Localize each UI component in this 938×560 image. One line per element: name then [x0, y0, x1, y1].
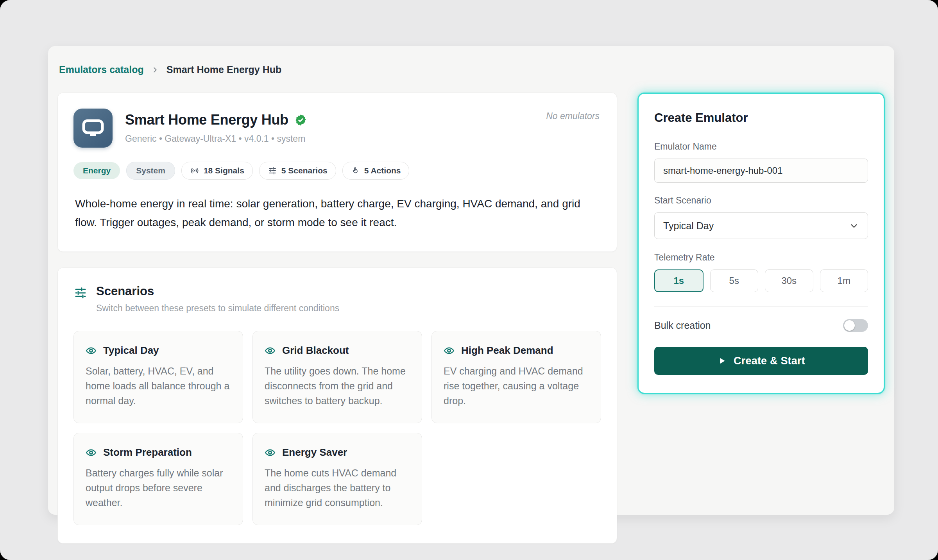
- create-start-button[interactable]: Create & Start: [654, 347, 868, 375]
- badge-energy: Energy: [73, 162, 120, 179]
- eye-icon: [265, 345, 276, 356]
- scenarios-pill: 5 Scenarios: [259, 162, 336, 180]
- start-scenario-select[interactable]: Typical Day: [654, 212, 868, 239]
- scenarios-title: Scenarios: [96, 284, 339, 298]
- chevron-right-icon: [151, 66, 159, 74]
- hub-info-card: Smart Home Energy Hub Generic • Gateway-…: [57, 93, 617, 252]
- scenario-title: High Peak Demand: [461, 344, 553, 357]
- verified-badge-icon: [295, 114, 307, 126]
- scenarios-subtitle: Switch between these presets to simulate…: [96, 303, 339, 314]
- no-emulators-label: No emulators: [546, 109, 600, 148]
- telemetry-rate-label: Telemetry Rate: [654, 252, 868, 263]
- tap-icon: [351, 166, 360, 175]
- app-background: Emulators catalog Smart Home Energy Hub: [0, 0, 938, 560]
- hub-subtitle: Generic • Gateway-Ultra-X1 • v4.0.1 • sy…: [125, 134, 307, 144]
- play-icon: [717, 356, 727, 366]
- scenarios-card: Scenarios Switch between these presets t…: [57, 268, 617, 544]
- scenario-title: Storm Preparation: [103, 446, 192, 458]
- scenario-description: Solar, battery, HVAC, EV, and home loads…: [86, 364, 231, 408]
- hub-title-block: Smart Home Energy Hub Generic • Gateway-…: [125, 109, 307, 148]
- sliders-icon: [268, 166, 277, 175]
- start-scenario-label: Start Scenario: [654, 195, 868, 206]
- emulator-name-input[interactable]: [654, 159, 868, 183]
- eye-icon: [265, 447, 276, 458]
- scenarios-grid: Typical Day Solar, battery, HVAC, EV, an…: [73, 331, 601, 525]
- eye-icon: [444, 345, 455, 356]
- toggle-knob: [844, 320, 855, 331]
- breadcrumb-link-emulators-catalog[interactable]: Emulators catalog: [59, 64, 144, 75]
- chevron-down-icon: [849, 221, 859, 231]
- broadcast-icon: [190, 166, 199, 175]
- hub-header: Smart Home Energy Hub Generic • Gateway-…: [73, 109, 600, 148]
- main-card: Emulators catalog Smart Home Energy Hub: [48, 46, 894, 515]
- badge-system: System: [126, 162, 175, 180]
- scenario-card-high-peak-demand[interactable]: High Peak Demand EV charging and HVAC de…: [431, 331, 601, 423]
- signals-pill-label: 18 Signals: [204, 166, 244, 175]
- device-icon: [73, 109, 113, 148]
- scenario-description: The home cuts HVAC demand and discharges…: [265, 465, 410, 510]
- create-start-label: Create & Start: [734, 355, 805, 367]
- telemetry-rate-group: 1s 5s 30s 1m: [654, 269, 868, 292]
- scenario-description: EV charging and HVAC demand rise togethe…: [444, 364, 589, 408]
- breadcrumb-current: Smart Home Energy Hub: [166, 64, 282, 75]
- rate-button-30s[interactable]: 30s: [765, 269, 813, 292]
- scenario-description: Battery charges fully while solar output…: [86, 465, 231, 510]
- rate-button-1s[interactable]: 1s: [654, 269, 704, 292]
- scenario-title: Grid Blackout: [282, 344, 349, 357]
- left-column: Smart Home Energy Hub Generic • Gateway-…: [57, 93, 617, 544]
- scenarios-pill-label: 5 Scenarios: [281, 166, 328, 175]
- start-scenario-value: Typical Day: [663, 220, 714, 232]
- scenarios-header: Scenarios Switch between these presets t…: [73, 284, 601, 314]
- bulk-creation-row: Bulk creation: [654, 319, 868, 332]
- scenario-title: Energy Saver: [282, 446, 347, 458]
- scenario-card-grid-blackout[interactable]: Grid Blackout The utility goes down. The…: [252, 331, 422, 423]
- rate-button-1m[interactable]: 1m: [820, 269, 868, 292]
- actions-pill: 5 Actions: [342, 162, 410, 180]
- scenario-card-energy-saver[interactable]: Energy Saver The home cuts HVAC demand a…: [252, 433, 422, 525]
- create-emulator-panel: Create Emulator Emulator Name Start Scen…: [637, 93, 885, 394]
- content-area: Smart Home Energy Hub Generic • Gateway-…: [57, 93, 885, 544]
- bulk-creation-label: Bulk creation: [654, 320, 711, 331]
- eye-icon: [86, 447, 97, 458]
- scenario-description: The utility goes down. The home disconne…: [265, 364, 410, 408]
- signals-pill: 18 Signals: [181, 162, 253, 180]
- scenario-card-storm-preparation[interactable]: Storm Preparation Battery charges fully …: [73, 433, 243, 525]
- actions-pill-label: 5 Actions: [364, 166, 401, 175]
- breadcrumb: Emulators catalog Smart Home Energy Hub: [59, 64, 885, 75]
- scenario-card-typical-day[interactable]: Typical Day Solar, battery, HVAC, EV, an…: [73, 331, 243, 423]
- rate-button-5s[interactable]: 5s: [710, 269, 759, 292]
- create-panel-title: Create Emulator: [654, 111, 868, 125]
- bulk-creation-toggle[interactable]: [843, 319, 868, 332]
- scenario-title: Typical Day: [103, 344, 159, 357]
- badge-row: Energy System 18 Signals: [73, 162, 600, 180]
- sliders-icon: [73, 284, 88, 314]
- hub-title: Smart Home Energy Hub: [125, 112, 288, 128]
- divider: [654, 306, 868, 307]
- eye-icon: [86, 345, 97, 356]
- hub-description: Whole-home energy in real time: solar ge…: [75, 194, 600, 232]
- emulator-name-label: Emulator Name: [654, 141, 868, 152]
